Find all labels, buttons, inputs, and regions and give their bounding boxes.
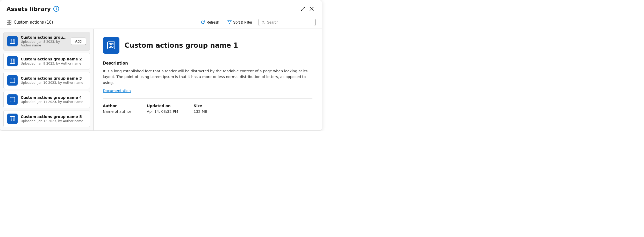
refresh-icon xyxy=(201,20,205,24)
svg-rect-17 xyxy=(11,60,12,61)
svg-rect-39 xyxy=(109,46,111,47)
item-meta: Uploaded: Jan 10 2023, by Author name xyxy=(21,81,86,85)
item-custom-icon xyxy=(10,38,15,44)
refresh-button[interactable]: Refresh xyxy=(199,19,221,26)
list-item[interactable]: Custom actions group name 4 Uploaded: Ja… xyxy=(3,91,90,108)
sort-filter-label: Sort & Filter xyxy=(233,20,252,24)
svg-rect-25 xyxy=(13,81,14,82)
item-text: Custom actions group name 4 Uploaded: Ja… xyxy=(21,95,86,104)
svg-rect-13 xyxy=(13,40,14,41)
svg-rect-5 xyxy=(9,20,11,22)
detail-icon xyxy=(103,37,119,54)
section-icon xyxy=(6,20,12,25)
item-icon-box xyxy=(7,56,18,66)
add-button[interactable]: Add xyxy=(71,38,86,45)
refresh-label: Refresh xyxy=(206,20,219,24)
size-col: Size 132 MB xyxy=(194,104,207,114)
item-icon-box xyxy=(7,114,18,124)
svg-rect-19 xyxy=(11,62,12,63)
item-name: Custom actions group name 5 xyxy=(21,115,86,119)
svg-point-9 xyxy=(262,21,264,23)
size-label: Size xyxy=(194,104,207,108)
item-meta: Uploaded: Jan 11 2023, by Author name xyxy=(21,100,86,104)
svg-rect-34 xyxy=(11,119,12,120)
description-label: Description xyxy=(103,61,312,66)
description-text: It is a long established fact that a rea… xyxy=(103,68,312,86)
search-box xyxy=(259,19,316,26)
item-meta: Uploaded: Jan 9 2023, by Author name xyxy=(21,62,86,65)
detail-header: Custom actions group name 1 xyxy=(103,37,312,54)
item-custom-icon xyxy=(10,78,15,83)
svg-rect-38 xyxy=(112,43,113,45)
svg-rect-33 xyxy=(13,117,14,118)
title-row: Assets library i xyxy=(6,6,59,12)
panel-title: Assets library xyxy=(6,6,51,12)
toolbar-left: Custom actions (18) xyxy=(6,20,196,25)
updated-value: Apr 14, 03:32 PM xyxy=(147,109,178,114)
svg-line-1 xyxy=(301,9,303,11)
svg-rect-35 xyxy=(13,119,14,120)
item-name: Custom actions group name 4 xyxy=(21,95,86,100)
svg-rect-23 xyxy=(13,79,14,80)
author-label: Author xyxy=(103,104,131,108)
updated-label: Updated on xyxy=(147,104,178,108)
search-input[interactable] xyxy=(267,20,313,24)
panel-body: Custom actions group name 1 Uploaded: Ja… xyxy=(0,29,322,130)
item-text: Custom actions group name 1 Uploaded: Ja… xyxy=(21,35,68,47)
assets-library-panel: Assets library i xyxy=(0,0,322,131)
svg-rect-29 xyxy=(11,100,12,101)
list-item[interactable]: Custom actions group name 5 Uploaded: Ja… xyxy=(3,110,90,127)
svg-rect-15 xyxy=(13,42,14,43)
documentation-link[interactable]: Documentation xyxy=(103,89,131,93)
svg-rect-37 xyxy=(109,43,111,45)
svg-rect-32 xyxy=(11,117,12,118)
filter-icon xyxy=(227,20,232,24)
item-text: Custom actions group name 5 Uploaded: Ja… xyxy=(21,115,86,123)
item-name: Custom actions group name 2 xyxy=(21,57,86,61)
svg-rect-28 xyxy=(13,98,14,99)
svg-line-10 xyxy=(264,23,265,24)
item-meta: Uploaded: Jan 12 2023, by Author name xyxy=(21,119,86,123)
item-icon-box xyxy=(7,94,18,105)
detail-title: Custom actions group name 1 xyxy=(125,41,238,49)
item-custom-icon xyxy=(10,58,15,64)
list-panel: Custom actions group name 1 Uploaded: Ja… xyxy=(0,29,94,130)
info-icon[interactable]: i xyxy=(53,6,59,12)
item-name: Custom actions group name 3 xyxy=(21,76,86,80)
svg-rect-7 xyxy=(9,23,11,24)
item-text: Custom actions group name 2 Uploaded: Ja… xyxy=(21,57,86,65)
item-text: Custom actions group name 3 Uploaded: Ja… xyxy=(21,76,86,85)
svg-rect-20 xyxy=(13,62,14,63)
sort-filter-button[interactable]: Sort & Filter xyxy=(225,19,254,26)
list-item[interactable]: Custom actions group name 3 Uploaded: Ja… xyxy=(3,72,90,89)
item-name: Custom actions group name 1 xyxy=(21,35,68,39)
description-section: Description It is a long established fac… xyxy=(103,61,312,93)
svg-rect-4 xyxy=(7,20,9,22)
search-icon xyxy=(261,20,265,24)
panel-header: Assets library i xyxy=(0,0,322,16)
svg-rect-14 xyxy=(11,42,12,43)
divider xyxy=(103,98,312,99)
expand-button[interactable] xyxy=(299,5,307,13)
item-custom-icon xyxy=(10,116,15,122)
svg-rect-12 xyxy=(11,40,12,41)
svg-rect-22 xyxy=(11,79,12,80)
panel-toolbar: Custom actions (18) Refresh Sort & Filte… xyxy=(0,16,322,29)
meta-row: Author Name of author Updated on Apr 14,… xyxy=(103,104,312,114)
updated-col: Updated on Apr 14, 03:32 PM xyxy=(147,104,178,114)
svg-rect-36 xyxy=(108,42,115,49)
svg-rect-30 xyxy=(13,100,14,101)
list-item[interactable]: Custom actions group name 2 Uploaded: Ja… xyxy=(3,53,90,70)
svg-rect-18 xyxy=(13,60,14,61)
close-button[interactable] xyxy=(308,5,316,13)
item-custom-icon xyxy=(10,97,15,102)
author-col: Author Name of author xyxy=(103,104,131,114)
svg-rect-24 xyxy=(11,81,12,82)
svg-rect-6 xyxy=(7,23,9,24)
svg-marker-8 xyxy=(228,21,231,24)
item-icon-box xyxy=(7,75,18,86)
item-meta: Uploaded: Jan 8 2023, by Author name xyxy=(21,40,68,47)
list-item[interactable]: Custom actions group name 1 Uploaded: Ja… xyxy=(3,32,90,51)
author-value: Name of author xyxy=(103,109,131,114)
detail-panel: Custom actions group name 1 Description … xyxy=(94,29,322,130)
